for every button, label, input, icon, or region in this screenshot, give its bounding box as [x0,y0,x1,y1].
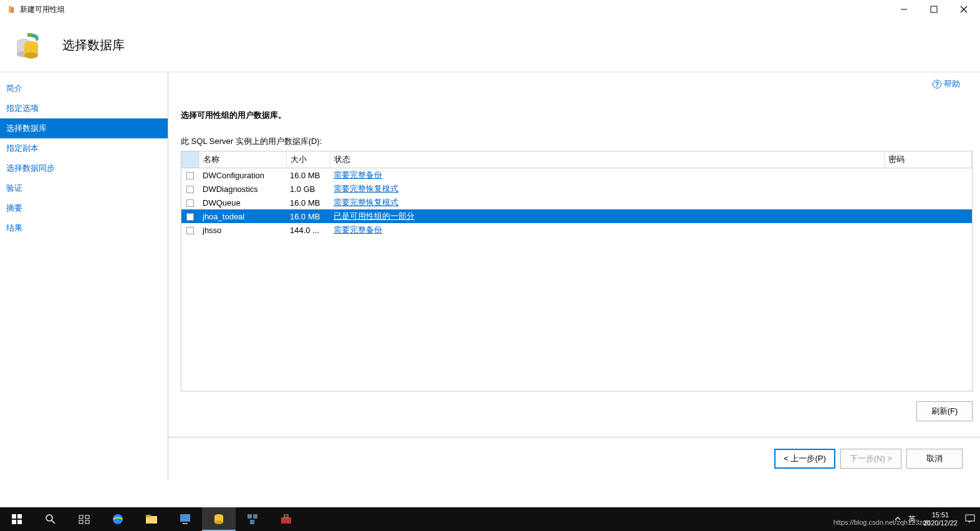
row-status-link[interactable]: 需要完整恢复模式 [334,184,398,193]
row-size: 1.0 GB [286,182,330,196]
minimize-button[interactable] [899,4,909,14]
table-row[interactable]: jhsso 144.0 ... 需要完整备份 [181,223,972,237]
taskbar-clock[interactable]: 15:51 2020/12/22 [923,511,958,527]
sidebar-item-replicas[interactable]: 指定副本 [0,138,168,158]
tray-chevron-icon[interactable] [895,515,901,523]
svg-rect-34 [284,515,288,517]
table-row[interactable]: jhoa_todeal 16.0 MB 已是可用性组的一部分 [181,209,972,223]
table-row[interactable]: DWQueue 16.0 MB 需要完整恢复模式 [181,196,972,209]
row-password [885,209,972,223]
row-password [885,223,972,237]
row-name: jhoa_todeal [199,209,286,223]
task-view-button[interactable] [67,507,101,531]
svg-rect-0 [9,6,11,13]
svg-rect-3 [931,6,937,12]
notification-icon[interactable] [965,514,975,524]
row-checkbox[interactable] [186,199,194,207]
titlebar: 新建可用性组 [0,0,980,19]
instruction-text: 选择可用性组的用户数据库。 [181,110,973,121]
row-checkbox[interactable] [186,213,194,221]
sidebar-item-data-sync[interactable]: 选择数据同步 [0,158,168,178]
next-button[interactable]: 下一步(N) > [840,449,901,469]
prev-button[interactable]: < 上一步(P) [774,449,835,469]
svg-rect-1 [11,7,14,13]
row-size: 16.0 MB [286,209,330,223]
help-label: 帮助 [944,79,960,90]
row-password [885,196,972,209]
wizard-steps-sidebar: 简介 指定选项 选择数据库 指定副本 选择数据同步 验证 摘要 结果 [0,72,168,480]
maximize-button[interactable] [929,4,939,14]
refresh-row: 刷新(F) [181,401,973,421]
database-table-container: 名称 大小 状态 密码 DWConfiguration 16.0 MB 需要完整… [181,151,973,391]
svg-rect-30 [247,514,252,519]
row-status-link[interactable]: 需要完整备份 [334,225,382,234]
refresh-button[interactable]: 刷新(F) [916,401,973,421]
row-size: 16.0 MB [286,196,330,209]
close-button[interactable] [959,4,969,14]
sidebar-item-options[interactable]: 指定选项 [0,98,168,118]
clock-time: 15:51 [932,511,949,519]
sidebar-item-select-db[interactable]: 选择数据库 [0,118,168,138]
table-row[interactable]: DWConfiguration 16.0 MB 需要完整备份 [181,168,972,183]
svg-rect-19 [85,515,89,519]
row-name: DWConfiguration [199,168,286,183]
row-name: jhsso [199,223,286,237]
sidebar-item-result[interactable]: 结果 [0,218,168,238]
svg-rect-12 [12,514,16,519]
header-size[interactable]: 大小 [286,151,330,168]
table-header-row: 名称 大小 状态 密码 [181,151,972,168]
row-checkbox[interactable] [186,172,194,179]
sidebar-item-summary[interactable]: 摘要 [0,198,168,218]
wizard-body: 简介 指定选项 选择数据库 指定副本 选择数据同步 验证 摘要 结果 ? 帮助 … [0,72,980,480]
tray-ime-icon[interactable]: 英 [908,514,916,525]
file-explorer-icon[interactable] [135,507,168,531]
start-button[interactable] [0,507,34,531]
search-button[interactable] [34,507,67,531]
ie-icon[interactable] [101,507,135,531]
row-checkbox[interactable] [186,227,194,234]
window-title: 新建可用性组 [20,4,899,15]
help-icon: ? [933,80,941,88]
svg-rect-31 [253,514,257,519]
header-checkbox-cell[interactable] [181,151,199,168]
cancel-button[interactable]: 取消 [906,449,963,469]
svg-rect-24 [146,515,151,517]
svg-point-16 [46,515,52,521]
page-title: 选择数据库 [62,37,125,54]
row-password [885,182,972,196]
header-password[interactable]: 密码 [885,151,972,168]
row-name: DWDiagnostics [199,182,286,196]
row-size: 16.0 MB [286,168,330,183]
svg-rect-13 [17,514,22,519]
taskbar: 英 15:51 2020/12/22 https://blog.csdn.net… [0,507,980,531]
row-checkbox[interactable] [186,186,194,193]
header-status[interactable]: 状态 [330,151,885,168]
wizard-main: ? 帮助 选择可用性组的用户数据库。 此 SQL Server 实例上的用户数据… [168,72,980,480]
row-password [885,168,972,183]
table-row[interactable]: DWDiagnostics 1.0 GB 需要完整恢复模式 [181,182,972,196]
wizard-button-bar: < 上一步(P) 下一步(N) > 取消 [168,437,980,480]
svg-line-17 [52,520,55,524]
svg-rect-32 [250,520,254,524]
sidebar-item-intro[interactable]: 简介 [0,79,168,98]
row-name: DWQueue [199,196,286,209]
help-link[interactable]: ? 帮助 [933,79,960,90]
row-status-link[interactable]: 已是可用性组的一部分 [334,211,415,221]
header-name[interactable]: 名称 [199,151,286,168]
window-controls [899,4,969,14]
svg-rect-21 [85,520,89,524]
row-status-link[interactable]: 需要完整恢复模式 [334,198,398,207]
clock-date: 2020/12/22 [923,519,958,527]
svg-rect-14 [12,520,16,524]
ssms-icon[interactable] [202,507,236,531]
toolbox-icon[interactable] [269,507,303,531]
cluster-manager-icon[interactable] [236,507,269,531]
svg-point-11 [24,52,38,59]
app-icon [6,4,16,14]
database-table: 名称 大小 状态 密码 DWConfiguration 16.0 MB 需要完整… [181,151,972,237]
svg-point-29 [214,520,223,524]
row-status-link[interactable]: 需要完整备份 [334,170,382,179]
server-manager-icon[interactable] [168,507,202,531]
svg-rect-18 [79,515,83,519]
sidebar-item-validate[interactable]: 验证 [0,178,168,198]
